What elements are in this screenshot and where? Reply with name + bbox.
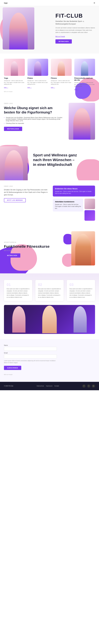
menu-icon[interactable]: ≡	[93, 2, 95, 4]
steps-hero-image	[4, 305, 95, 334]
name-label: Name	[4, 344, 57, 346]
step-text-3: Duis aute irure dolor in reprehenderit i…	[69, 288, 92, 298]
membership-person-image	[0, 146, 28, 180]
access-card-combine-text: Sample text - Click to select the text b…	[55, 204, 81, 210]
access-image-1	[84, 198, 95, 209]
step-card-3: 03 Duis aute irure dolor in reprehenderi…	[67, 280, 95, 301]
logo: logo	[4, 2, 8, 4]
functional-title: Funktionelle Fitnesskurse	[4, 244, 59, 249]
footer-link-impressum[interactable]: Impressum	[46, 385, 52, 387]
hero-description: Ut enim ad minim veniam nostrud exercita…	[55, 27, 95, 34]
about-cta-button[interactable]: WEITERLESEN	[4, 127, 22, 131]
access-card-discover-text: Sample text - Click to select the text b…	[55, 190, 93, 194]
class-title-studio: Fitnessstudio rund um die Uhr	[74, 77, 95, 81]
class-link-fitness[interactable]: Mehr →	[51, 87, 55, 88]
classes-image-credit: Bild von Freepik	[4, 91, 95, 92]
newsletter-description: Lorem ipsum dolor sit amet consectetur a…	[4, 360, 57, 364]
class-card-studio: Fitnessstudio rund um die Uhr Sample tex…	[74, 59, 95, 90]
hero-title: FIT-CLUB	[55, 13, 95, 19]
about-content: ÜBER UNS Welche Übung eignet sich am bes…	[4, 103, 63, 131]
about-list-item-1: Sample text zum Ausfüllen. Quickstart Me…	[4, 117, 63, 122]
access-card-combine: Aktivitäten kombinieren Sample text - Cl…	[53, 198, 83, 212]
steps-person-2	[42, 306, 57, 333]
newsletter-section: Name Email Lorem ipsum dolor sit amet co…	[0, 339, 99, 382]
email-label: Email	[4, 352, 57, 354]
class-link-yoga[interactable]: Mehr →	[4, 87, 8, 88]
class-title-yoga: Yoga	[4, 77, 25, 79]
functional-person-image	[71, 231, 95, 266]
access-right-content: Entdecken Sie etwas Neues Sample text - …	[53, 186, 95, 221]
class-card-yoga: Yoga Sample text - Click to select the t…	[4, 59, 25, 90]
functional-section: SPORTVEREIN Funktionelle Fitnesskurse Bi…	[0, 226, 99, 273]
footer-social-icons: f t in	[82, 384, 95, 388]
facebook-icon[interactable]: f	[82, 384, 85, 388]
linkedin-icon[interactable]: in	[92, 384, 95, 388]
membership-content: Sport und Wellness ganz nach Ihren Wünsc…	[30, 148, 99, 172]
class-card-pilates: Pilates Sample text - Click to select th…	[28, 59, 48, 90]
newsletter-image-credit: Bild von Freepik	[4, 374, 57, 375]
footer: © 2024 Fit-Club Datenschutz Impressum Ko…	[0, 382, 99, 390]
functional-image-credit: Bild von Freepik	[4, 250, 59, 251]
email-input[interactable]	[4, 354, 57, 358]
footer-links: Datenschutz Impressum Kontakt	[36, 385, 60, 387]
access-card-discover: Entdecken Sie etwas Neues Sample text - …	[53, 186, 95, 196]
step-number-2: 02	[38, 282, 61, 287]
access-label: ÜBER UNS	[4, 186, 49, 187]
functional-left: SPORTVEREIN Funktionelle Fitnesskurse Bi…	[4, 242, 59, 258]
access-image-2	[84, 210, 95, 221]
about-section: ÜBER UNS Welche Übung eignet sich am bes…	[0, 96, 99, 145]
hero-subtitle: Genießen Sie das flexibelste Sport- u. W…	[55, 20, 95, 25]
footer-copyright: © 2024 Fit-Club	[4, 385, 13, 387]
steps-content: 01 Duis aute irure dolor in reprehenderi…	[4, 280, 95, 334]
steps-person-1	[12, 306, 26, 332]
functional-right	[63, 231, 95, 268]
class-text-studio: Sample text - Click to select the text b…	[74, 82, 95, 87]
functional-cta-button[interactable]: MITMACHEN	[4, 253, 20, 258]
access-card-discover-title: Entdecken Sie etwas Neues	[55, 188, 93, 190]
hero-content: FIT-CLUB Genießen Sie das flexibelste Sp…	[55, 13, 95, 44]
about-list-item-2: Climbing Efete be impendiet	[4, 122, 63, 124]
class-link-pilates[interactable]: Mehr →	[28, 87, 32, 88]
step-text-1: Duis aute irure dolor in reprehenderit i…	[7, 288, 30, 298]
step-number-3: 03	[69, 282, 92, 287]
hero-image	[3, 7, 34, 50]
hero-cta-button[interactable]: MITMACHEN	[55, 39, 72, 44]
membership-section: Sport und Wellness ganz nach Ihren Wünsc…	[0, 145, 99, 180]
steps-section: 01 Duis aute irure dolor in reprehenderi…	[0, 273, 99, 339]
twitter-icon[interactable]: t	[87, 384, 90, 388]
class-link-studio[interactable]: Mehr →	[74, 89, 78, 90]
about-label: ÜBER UNS	[4, 103, 63, 104]
class-title-pilates: Pilates	[28, 77, 48, 79]
header: logo ≡	[0, 0, 99, 6]
step-number-1: 01	[7, 282, 30, 287]
name-input[interactable]	[4, 347, 57, 351]
access-text: Erhalten Sie den Zugang zu den Top-Fitne…	[4, 188, 49, 196]
membership-title: Sport und Wellness ganz nach Ihren Wünsc…	[33, 153, 78, 167]
footer-link-datenschutz[interactable]: Datenschutz	[37, 385, 44, 387]
footer-link-kontakt[interactable]: Kontakt	[54, 385, 59, 387]
functional-content: SPORTVEREIN Funktionelle Fitnesskurse Bi…	[4, 231, 95, 268]
newsletter-form: Name Email Lorem ipsum dolor sit amet co…	[4, 344, 57, 375]
step-card-2: 02 Duis aute irure dolor in reprehenderi…	[35, 280, 64, 301]
access-cta-button[interactable]: JETZT LOS WERDEN!	[4, 198, 26, 202]
about-list: Sample text zum Ausfüllen. Quickstart Me…	[4, 117, 63, 124]
class-card-fitness: Fitness Sample text - Click to select th…	[51, 59, 72, 90]
classes-grid: Yoga Sample text - Click to select the t…	[4, 59, 95, 90]
steps-person-3	[73, 306, 87, 332]
steps-grid: 01 Duis aute irure dolor in reprehenderi…	[4, 280, 95, 301]
access-left-content: ÜBER UNS Erhalten Sie den Zugang zu den …	[4, 186, 49, 221]
classes-section: Yoga Sample text - Click to select the t…	[0, 54, 99, 96]
access-card-combine-title: Aktivitäten kombinieren	[55, 201, 81, 203]
step-text-2: Duis aute irure dolor in reprehenderit i…	[38, 288, 61, 298]
access-section: ÜBER UNS Erhalten Sie den Zugang zu den …	[0, 180, 99, 226]
hero-section: FIT-CLUB Genießen Sie das flexibelste Sp…	[0, 6, 99, 54]
about-image	[69, 103, 95, 140]
newsletter-subscribe-button[interactable]: SUBSCRIBEN	[4, 366, 21, 370]
functional-label: SPORTVEREIN	[4, 242, 59, 243]
class-text-fitness: Sample text - Click to select the text b…	[51, 80, 72, 85]
hero-image-credit: Bild von Freepik	[55, 36, 95, 37]
class-title-fitness: Fitness	[51, 77, 72, 79]
class-text-pilates: Sample text - Click to select the text b…	[28, 80, 48, 85]
class-text-yoga: Sample text - Click to select the text b…	[4, 80, 25, 85]
step-card-1: 01 Duis aute irure dolor in reprehenderi…	[4, 280, 32, 301]
